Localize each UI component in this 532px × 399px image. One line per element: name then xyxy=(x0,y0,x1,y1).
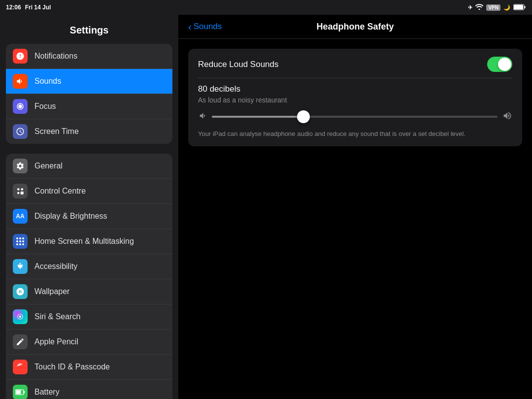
headphone-safety-note: Your iPad can analyse headphone audio an… xyxy=(198,130,512,138)
touch-id-icon xyxy=(13,360,28,374)
detail-page-title: Headphone Safety xyxy=(316,22,394,32)
status-bar: 12:06 Fri 14 Jul ✈ VPN 🌙 xyxy=(0,0,532,15)
main-layout: Settings Notifications Sounds xyxy=(0,15,532,399)
detail-content: Reduce Loud Sounds 80 decibels As loud a… xyxy=(178,39,532,399)
general-icon xyxy=(13,159,28,173)
screen-time-label: Screen Time xyxy=(34,127,79,136)
volume-high-icon xyxy=(502,111,512,123)
sidebar-item-accessibility[interactable]: Accessibility xyxy=(6,254,172,279)
back-button[interactable]: ‹ Sounds xyxy=(188,22,222,32)
volume-slider-row xyxy=(198,111,512,123)
sidebar-item-general[interactable]: General xyxy=(6,154,172,179)
sidebar-item-siri[interactable]: Siri & Search xyxy=(6,304,172,330)
wifi-icon xyxy=(475,4,483,11)
siri-label: Siri & Search xyxy=(34,312,80,321)
detail-pane: ‹ Sounds Headphone Safety Reduce Loud So… xyxy=(178,15,532,399)
general-label: General xyxy=(34,162,63,170)
svg-point-14 xyxy=(19,243,21,245)
reduce-loud-sounds-row: Reduce Loud Sounds xyxy=(198,57,512,72)
svg-point-17 xyxy=(19,316,22,318)
sounds-label: Sounds xyxy=(34,77,61,86)
battery-label: Battery xyxy=(34,388,60,397)
volume-slider-fill xyxy=(212,116,303,118)
sidebar-group-1: Notifications Sounds Focus xyxy=(6,44,172,144)
volume-low-icon xyxy=(198,111,207,122)
sidebar-title: Settings xyxy=(0,20,178,44)
sidebar: Settings Notifications Sounds xyxy=(0,15,178,399)
svg-point-9 xyxy=(22,237,24,239)
svg-point-5 xyxy=(17,192,20,195)
svg-point-12 xyxy=(22,240,24,242)
headphone-safety-card: Reduce Loud Sounds 80 decibels As loud a… xyxy=(188,49,522,146)
home-screen-label: Home Screen & Multitasking xyxy=(34,237,134,246)
svg-point-10 xyxy=(16,240,18,242)
sidebar-item-wallpaper[interactable]: Wallpaper xyxy=(6,279,172,304)
apple-pencil-icon xyxy=(13,334,28,349)
detail-header: ‹ Sounds Headphone Safety xyxy=(178,15,532,39)
reduce-loud-sounds-label: Reduce Loud Sounds xyxy=(198,60,279,69)
focus-icon xyxy=(13,99,28,114)
svg-point-4 xyxy=(21,188,24,191)
accessibility-icon xyxy=(13,259,28,274)
back-chevron-icon: ‹ xyxy=(188,22,192,32)
back-label: Sounds xyxy=(194,22,222,32)
screen-time-icon xyxy=(13,124,28,139)
decibel-value: 80 decibels xyxy=(198,84,512,94)
sidebar-item-home-screen[interactable]: Home Screen & Multitasking xyxy=(6,229,172,254)
svg-point-13 xyxy=(16,243,18,245)
svg-rect-6 xyxy=(21,192,24,195)
sidebar-item-control-centre[interactable]: Control Centre xyxy=(6,179,172,204)
svg-point-11 xyxy=(19,240,21,242)
card-divider xyxy=(198,78,512,78)
svg-rect-19 xyxy=(24,391,25,394)
status-date: Fri 14 Jul xyxy=(25,4,51,11)
status-bar-right: ✈ VPN 🌙 xyxy=(468,4,526,11)
toggle-knob xyxy=(498,58,511,71)
touch-id-label: Touch ID & Passcode xyxy=(34,363,110,371)
apple-pencil-label: Apple Pencil xyxy=(34,337,78,346)
display-label: Display & Brightness xyxy=(34,212,107,221)
control-centre-icon xyxy=(13,184,28,199)
sidebar-item-sounds[interactable]: Sounds xyxy=(6,69,172,94)
sidebar-item-touch-id[interactable]: Touch ID & Passcode xyxy=(6,355,172,380)
svg-rect-20 xyxy=(16,390,21,394)
siri-icon xyxy=(13,309,28,324)
decibel-desc: As loud as a noisy restaurant xyxy=(198,96,512,104)
svg-point-16 xyxy=(20,263,21,265)
accessibility-label: Accessibility xyxy=(34,262,77,271)
sidebar-item-battery[interactable]: Battery xyxy=(6,380,172,399)
home-screen-icon xyxy=(13,234,28,249)
vpn-badge: VPN xyxy=(486,4,500,11)
svg-point-8 xyxy=(19,237,21,239)
display-icon: AA xyxy=(13,209,28,224)
status-time: 12:06 xyxy=(6,4,21,11)
moon-icon: 🌙 xyxy=(503,4,510,11)
svg-rect-1 xyxy=(525,6,526,8)
wallpaper-icon xyxy=(13,284,28,299)
sidebar-item-notifications[interactable]: Notifications xyxy=(6,44,172,69)
svg-point-7 xyxy=(16,237,18,239)
sounds-icon xyxy=(13,74,28,89)
control-centre-label: Control Centre xyxy=(34,187,86,196)
svg-point-3 xyxy=(17,188,20,191)
svg-rect-2 xyxy=(514,5,523,9)
svg-point-15 xyxy=(22,243,24,245)
status-bar-left: 12:06 Fri 14 Jul xyxy=(6,4,51,11)
battery-icon-sidebar xyxy=(13,385,28,399)
notifications-label: Notifications xyxy=(34,52,77,61)
airplane-icon: ✈ xyxy=(468,4,472,11)
volume-slider-track xyxy=(212,116,498,118)
wallpaper-label: Wallpaper xyxy=(34,287,69,296)
notifications-icon xyxy=(13,49,28,64)
sidebar-item-screen-time[interactable]: Screen Time xyxy=(6,119,172,144)
sidebar-group-2: General Control Centre AA Display & Brig… xyxy=(6,154,172,399)
focus-label: Focus xyxy=(34,102,56,111)
sidebar-item-focus[interactable]: Focus xyxy=(6,94,172,119)
battery-icon xyxy=(513,4,526,11)
reduce-loud-sounds-toggle[interactable] xyxy=(487,57,512,72)
sidebar-item-apple-pencil[interactable]: Apple Pencil xyxy=(6,330,172,355)
volume-slider-thumb[interactable] xyxy=(297,110,310,123)
sidebar-item-display[interactable]: AA Display & Brightness xyxy=(6,204,172,229)
